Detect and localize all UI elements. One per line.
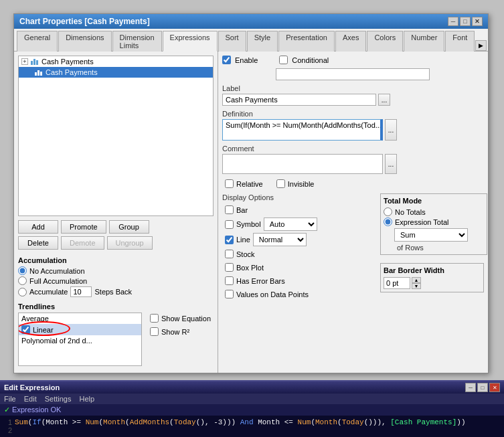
no-accumulation-label: No Accumulation <box>29 267 85 275</box>
invisible-checkbox[interactable] <box>276 179 285 188</box>
expr-code-1[interactable]: Sum(If(Month >= Num(Month(AddMonths(Toda… <box>15 418 465 426</box>
menu-file[interactable]: File <box>4 395 16 403</box>
stock-checkbox[interactable] <box>225 250 234 258</box>
label-group: Label ... <box>222 84 484 106</box>
definition-input[interactable]: Sum(If(Month >= Num(Month(AddMonths(Tod.… <box>222 119 383 141</box>
menu-edit[interactable]: Edit <box>24 395 37 403</box>
menu-help[interactable]: Help <box>79 395 94 403</box>
spinner-down[interactable]: ▼ <box>412 283 421 289</box>
no-totals-row: No Totals <box>384 207 484 216</box>
tree-expand-icon[interactable]: + <box>21 58 28 65</box>
accumulate-radio[interactable] <box>18 288 27 296</box>
tab-style[interactable]: Style <box>247 31 278 52</box>
show-equation-checkbox[interactable] <box>150 314 159 323</box>
edit-expr-close[interactable]: ✕ <box>489 383 500 392</box>
edit-expr-maximize[interactable]: □ <box>477 383 488 392</box>
bar-icon <box>35 69 43 76</box>
no-totals-radio[interactable] <box>384 207 392 216</box>
trendline-average-label: Average <box>21 315 49 323</box>
trendline-average[interactable]: Average <box>19 313 141 324</box>
box-plot-checkbox[interactable] <box>225 263 234 272</box>
spinner-up[interactable]: ▲ <box>412 277 421 283</box>
conditional-input[interactable] <box>276 68 430 80</box>
expr-line-2: 2 <box>4 426 500 434</box>
symbol-label: Symbol <box>236 220 261 228</box>
dialog-title: Chart Properties [Cash Payments] <box>19 17 150 26</box>
btn-row-2: Delete Demote Ungroup <box>18 236 214 250</box>
show-r2-checkbox[interactable] <box>150 327 159 336</box>
maximize-button[interactable]: □ <box>460 17 471 26</box>
line-select[interactable]: Normal <box>253 233 307 246</box>
symbol-checkbox[interactable] <box>225 220 234 229</box>
right-panel: Enable Conditional Label ... Definition <box>218 52 488 373</box>
ungroup-button[interactable]: Ungroup <box>107 236 153 250</box>
no-accumulation-radio[interactable] <box>18 266 27 275</box>
menu-settings[interactable]: Settings <box>45 395 72 403</box>
has-error-bars-row: Has Error Bars <box>222 275 375 286</box>
symbol-select[interactable]: Auto <box>264 217 317 231</box>
tab-presentation[interactable]: Presentation <box>278 31 335 52</box>
comment-input-row: ... <box>222 154 484 174</box>
tab-dimensions[interactable]: Dimensions <box>58 31 111 52</box>
tab-number[interactable]: Number <box>404 31 444 52</box>
steps-back-input[interactable] <box>70 286 92 297</box>
group-button[interactable]: Group <box>109 220 149 234</box>
tab-axes[interactable]: Axes <box>335 31 366 52</box>
conditional-input-row <box>276 68 484 80</box>
bottom-section: Display Options Bar Symbol Auto <box>222 193 484 369</box>
full-accumulation-radio[interactable] <box>18 276 27 285</box>
tab-nav-right[interactable]: ▶ <box>475 40 487 51</box>
add-button[interactable]: Add <box>18 220 58 234</box>
definition-ellipsis-button[interactable]: ... <box>385 119 397 141</box>
label-input[interactable] <box>222 94 376 106</box>
expression-tree[interactable]: + Cash Payments Cash Payments <box>18 56 214 216</box>
enable-row: Enable Conditional <box>222 56 484 64</box>
relative-checkbox[interactable] <box>225 179 234 188</box>
edit-expr-minimize[interactable]: ─ <box>465 383 476 392</box>
show-equation-row: Show Equation <box>147 313 214 324</box>
accumulate-row: Accumulate Steps Back <box>18 286 214 297</box>
expression-status-text: Expression OK <box>12 406 61 414</box>
chart-icon <box>31 58 39 65</box>
tab-general[interactable]: General <box>17 31 58 52</box>
invisible-row: Invisible <box>274 178 317 189</box>
line-row: Line Normal <box>225 233 375 246</box>
tab-expressions[interactable]: Expressions <box>163 31 218 52</box>
demote-button[interactable]: Demote <box>61 236 104 250</box>
tab-dimension-limits[interactable]: Dimension Limits <box>112 31 162 52</box>
bar-border-input[interactable] <box>384 277 410 289</box>
no-accumulation-row: No Accumulation <box>18 266 214 275</box>
line-checkbox[interactable] <box>225 236 234 244</box>
full-accumulation-label: Full Accumulation <box>29 277 87 285</box>
full-accumulation-row: Full Accumulation <box>18 276 214 285</box>
trendlines-list[interactable]: Average Linear Polynomial of 2nd d... <box>18 313 142 366</box>
comment-input[interactable] <box>222 154 383 174</box>
tab-colors[interactable]: Colors <box>367 31 403 52</box>
edit-expression-menubar: File Edit Settings Help <box>0 394 504 404</box>
trendline-linear[interactable]: Linear <box>19 324 141 335</box>
trendline-linear-checkbox[interactable] <box>21 325 30 334</box>
minimize-button[interactable]: ─ <box>448 17 458 26</box>
trendline-polynomial[interactable]: Polynomial of 2nd d... <box>19 335 141 346</box>
delete-button[interactable]: Delete <box>18 236 58 250</box>
tab-sort[interactable]: Sort <box>218 31 246 52</box>
comment-ellipsis-button[interactable]: ... <box>385 154 397 174</box>
display-options: Display Options Bar Symbol Auto <box>222 193 375 369</box>
trendlines-container: Average Linear Polynomial of 2nd d... <box>18 313 214 369</box>
values-on-data-points-row: Values on Data Points <box>222 288 375 300</box>
tree-item-expression[interactable]: Cash Payments <box>19 67 213 78</box>
trendlines-label: Trendlines <box>18 302 214 311</box>
conditional-checkbox[interactable] <box>279 56 288 64</box>
tab-font[interactable]: Font <box>445 31 475 52</box>
has-error-bars-checkbox[interactable] <box>225 276 234 285</box>
tree-item-chart[interactable]: + Cash Payments <box>19 56 213 67</box>
sum-select[interactable]: Sum <box>394 228 468 242</box>
bar-checkbox[interactable] <box>225 205 234 214</box>
close-button[interactable]: ✕ <box>472 17 483 26</box>
expression-total-radio[interactable] <box>384 217 392 226</box>
enable-checkbox[interactable] <box>222 56 231 64</box>
show-r2-label: Show R² <box>161 328 189 336</box>
label-ellipsis-button[interactable]: ... <box>378 94 390 106</box>
values-on-data-points-checkbox[interactable] <box>225 290 234 298</box>
promote-button[interactable]: Promote <box>61 220 106 234</box>
